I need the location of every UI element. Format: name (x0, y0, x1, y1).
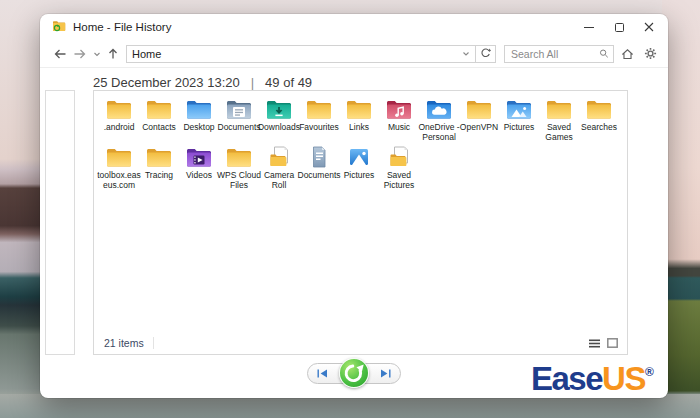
home-button[interactable] (618, 48, 637, 60)
yellow-folder-icon (346, 98, 372, 120)
registered-mark: ® (645, 365, 654, 379)
close-icon (644, 22, 654, 32)
easeus-logo-text-orange: US (602, 360, 645, 397)
file-item[interactable]: .android (99, 98, 139, 144)
file-item[interactable]: Tracing (139, 146, 179, 192)
status-bar: 21 items (94, 334, 627, 354)
thumbnail-view-button[interactable] (607, 338, 618, 348)
yellow-folder-icon (106, 146, 132, 168)
search-icon (599, 48, 609, 59)
close-button[interactable] (634, 15, 664, 39)
file-item[interactable]: Pictures (499, 98, 539, 144)
gear-icon (644, 47, 657, 60)
restore-button[interactable] (339, 358, 369, 388)
file-item[interactable]: Contacts (139, 98, 179, 144)
search-box[interactable] (504, 45, 614, 63)
recent-locations-button[interactable] (90, 51, 104, 57)
version-count: 49 of 49 (265, 75, 312, 90)
next-icon (380, 369, 391, 378)
yellow-folder-icon (546, 98, 572, 120)
file-item[interactable]: Searches (579, 98, 619, 144)
next-version-button[interactable] (380, 369, 391, 378)
item-count: 21 items (104, 337, 144, 349)
yellow-folder-icon (146, 146, 172, 168)
previous-version-button[interactable] (317, 369, 328, 378)
yellow-folder-icon (146, 98, 172, 120)
window-titlebar[interactable]: Home - File History (40, 14, 668, 40)
downloads-folder-icon (266, 98, 292, 120)
documents-folder-icon (226, 98, 252, 120)
blue-folder-icon (186, 98, 212, 120)
file-item[interactable]: Desktop (179, 98, 219, 144)
easeus-logo: EaseUS® (531, 362, 654, 395)
settings-button[interactable] (641, 47, 660, 60)
version-heading: 25 December 2023 13:20 | 49 of 49 (93, 75, 668, 90)
music-folder-icon (386, 98, 412, 120)
file-item-label: Searches (576, 122, 622, 132)
file-item[interactable]: Documents (219, 98, 259, 144)
home-icon (621, 48, 634, 60)
saved-pictures-library-icon (387, 146, 411, 168)
file-item[interactable]: Videos (179, 146, 219, 192)
onedrive-folder-icon (426, 98, 452, 120)
back-button[interactable] (50, 48, 70, 60)
list-view-button[interactable] (589, 339, 600, 348)
back-arrow-icon (53, 48, 67, 60)
file-item[interactable]: Camera Roll (259, 146, 299, 192)
previous-icon (317, 369, 328, 378)
yellow-folder-icon (226, 146, 252, 168)
up-arrow-icon (107, 48, 119, 60)
file-item[interactable]: WPS Cloud Files (219, 146, 259, 192)
file-item[interactable]: OneDrive - Personal (419, 98, 459, 144)
thumbnail-view-icon (607, 338, 618, 348)
minimize-button[interactable] (574, 15, 604, 39)
file-item[interactable]: Pictures (339, 146, 379, 192)
address-bar-value: Home (132, 48, 462, 60)
file-item[interactable]: OpenVPN (459, 98, 499, 144)
up-button[interactable] (104, 48, 122, 60)
camera-roll-library-icon (267, 146, 291, 168)
version-date: 25 December 2023 13:20 (93, 75, 240, 90)
address-bar[interactable]: Home (126, 45, 476, 63)
refresh-icon (480, 48, 491, 59)
yellow-folder-icon (306, 98, 332, 120)
videos-folder-icon (186, 146, 212, 168)
file-item[interactable]: Links (339, 98, 379, 144)
chevron-down-icon (93, 51, 101, 57)
status-divider (153, 337, 154, 349)
yellow-folder-icon (106, 98, 132, 120)
file-history-window: Home - File History Home (40, 14, 668, 398)
yellow-folder-icon (586, 98, 612, 120)
documents-library-icon (307, 146, 331, 168)
previous-version-pane-edge[interactable] (45, 90, 75, 355)
file-item[interactable]: Saved Pictures (379, 146, 419, 192)
forward-button[interactable] (70, 48, 90, 60)
restore-icon (341, 360, 367, 386)
file-item[interactable]: Favourites (299, 98, 339, 144)
file-item[interactable]: Documents (299, 146, 339, 192)
refresh-button[interactable] (476, 45, 496, 63)
pictures-folder-icon (506, 98, 532, 120)
file-item[interactable]: Saved Games (539, 98, 579, 144)
yellow-folder-icon (466, 98, 492, 120)
easeus-logo-text-blue: Ease (531, 360, 602, 397)
file-item[interactable]: toolbox.easeus.com (99, 146, 139, 192)
window-title: Home - File History (73, 21, 574, 33)
file-item[interactable]: Music (379, 98, 419, 144)
maximize-icon (615, 23, 624, 32)
minimize-icon (584, 27, 594, 28)
navigation-toolbar: Home (40, 40, 668, 68)
maximize-button[interactable] (604, 15, 634, 39)
file-grid: .android Contacts Desktop Documents Down… (94, 91, 627, 334)
list-view-icon (589, 339, 600, 348)
forward-arrow-icon (73, 48, 87, 60)
file-item-label: Saved Pictures (376, 170, 422, 190)
file-history-icon (52, 18, 66, 36)
file-item[interactable]: Downloads (259, 98, 299, 144)
current-version-pane: .android Contacts Desktop Documents Down… (93, 90, 628, 355)
pictures-library-icon (347, 146, 371, 168)
search-input[interactable] (511, 48, 599, 60)
address-dropdown-icon[interactable] (462, 51, 470, 57)
heading-separator: | (251, 75, 254, 90)
